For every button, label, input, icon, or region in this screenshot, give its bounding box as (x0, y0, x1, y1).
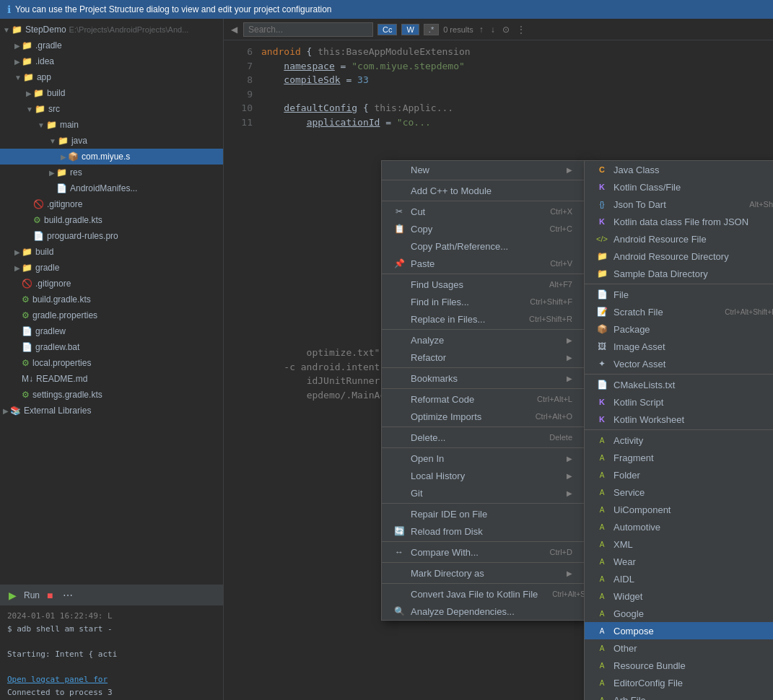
context-menu-delete[interactable]: Delete... Delete (382, 429, 584, 446)
submenu-service[interactable]: A Service ▶ (585, 484, 773, 501)
context-menu-paste[interactable]: 📌 Paste Ctrl+V (382, 255, 584, 272)
tree-item-readme[interactable]: ▶ M↓ README.md (0, 371, 223, 387)
context-menu-reformat[interactable]: Reformat Code Ctrl+Alt+L (382, 390, 584, 408)
copy-icon: 📋 (393, 223, 405, 235)
submenu-fragment[interactable]: A Fragment ▶ (585, 449, 773, 466)
submenu-android-resource-dir[interactable]: 📁 Android Resource Directory (585, 248, 773, 265)
scratch-shortcut: Ctrl+Alt+Shift+Insert (725, 308, 773, 316)
mark-dir-label: Mark Directory as (411, 568, 484, 579)
tree-item-gradlew[interactable]: ▶ 📄 gradlew (0, 323, 223, 339)
context-menu-copy[interactable]: 📋 Copy Ctrl+C (382, 220, 584, 237)
content-area: ◀ Cc W .* 0 results ↑ ↓ ⊙ ⋮ 6 android { … (224, 19, 773, 700)
context-menu-open-in[interactable]: Open In ▶ (382, 450, 584, 467)
tree-item-settings-gradle[interactable]: ▶ ⚙ settings.gradle.kts (0, 387, 223, 403)
run-icon[interactable]: ▶ (6, 588, 19, 603)
folder-sub-icon: A (596, 469, 608, 481)
sidebar-tree[interactable]: ▼ 📁 StepDemo E:\Projects\AndroidProjects… (0, 19, 223, 585)
context-menu-git[interactable]: Git ▶ (382, 484, 584, 502)
context-menu-new[interactable]: New ▶ (382, 161, 584, 178)
gitignore-icon: 🚫 (22, 279, 32, 289)
submenu-scratch-file[interactable]: 📝 Scratch File Ctrl+Alt+Shift+Insert (585, 303, 773, 320)
compare-label: Compare With... (411, 547, 479, 558)
kotlin-class-label: Kotlin Class/File (613, 182, 681, 193)
submenu-arb-file[interactable]: A Arb File (585, 691, 773, 700)
context-menu-bookmarks[interactable]: Bookmarks ▶ (382, 369, 584, 387)
submenu-compose[interactable]: A Compose ▶ (585, 622, 773, 639)
tree-item-gitignore-root[interactable]: ▶ 🚫 .gitignore (0, 276, 223, 292)
submenu-kotlin-worksheet[interactable]: K Kotlin Worksheet (585, 411, 773, 428)
gradle-icon: ⚙ (33, 215, 41, 225)
tree-item-main[interactable]: ▼ 📁 main (0, 117, 223, 133)
tree-item-gradle[interactable]: ▶ 📁 .gradle (0, 38, 223, 53)
submenu-package[interactable]: 📦 Package (585, 320, 773, 338)
submenu-uicomponent[interactable]: A UiComponent ▶ (585, 501, 773, 518)
context-menu-copy-path[interactable]: Copy Path/Reference... (382, 237, 584, 255)
replace-shortcut: Ctrl+Shift+R (529, 315, 572, 323)
context-menu-mark-dir[interactable]: Mark Directory as ▶ (382, 564, 584, 582)
context-menu-cut[interactable]: ✂ Cut Ctrl+X (382, 203, 584, 220)
tree-item-gradle-props[interactable]: ▶ ⚙ gradle.properties (0, 307, 223, 323)
context-menu-analyze[interactable]: Analyze ▶ (382, 331, 584, 349)
tree-item-local-props[interactable]: ▶ ⚙ local.properties (0, 355, 223, 371)
context-menu-find-in-files[interactable]: Find in Files... Ctrl+Shift+F (382, 293, 584, 310)
tree-item-proguard[interactable]: ▶ 📄 proguard-rules.pro (0, 228, 223, 244)
submenu-automotive[interactable]: A Automotive ▶ (585, 518, 773, 535)
tree-item-build-root[interactable]: ▶ 📁 build (0, 244, 223, 260)
context-menu-replace-in-files[interactable]: Replace in Files... Ctrl+Shift+R (382, 310, 584, 328)
copy-path-label: Copy Path/Reference... (411, 241, 508, 252)
tree-item-app[interactable]: ▼ 📁 app (0, 69, 223, 85)
tree-item-external-libs[interactable]: ▶ 📚 External Libraries (0, 403, 223, 419)
submenu-file[interactable]: 📄 File (585, 286, 773, 303)
more-button[interactable]: ⋯ (60, 588, 76, 603)
context-menu-repair-ide[interactable]: Repair IDE on File (382, 505, 584, 522)
submenu-image-asset[interactable]: 🖼 Image Asset (585, 338, 773, 355)
submenu-folder[interactable]: A Folder ▶ (585, 466, 773, 484)
submenu-kotlin-class[interactable]: K Kotlin Class/File (585, 178, 773, 196)
context-menu-find-usages[interactable]: Find Usages Alt+F7 (382, 276, 584, 293)
tree-item-stepdemo[interactable]: ▼ 📁 StepDemo E:\Projects\AndroidProjects… (0, 22, 223, 38)
tree-item-java[interactable]: ▼ 📁 java (0, 133, 223, 149)
tree-item-gradle-root[interactable]: ▶ 📁 gradle (0, 260, 223, 276)
submenu-kotlin-data[interactable]: K Kotlin data class File from JSON (585, 213, 773, 230)
submenu-wear[interactable]: A Wear ▶ (585, 553, 773, 570)
submenu-xml[interactable]: A XML ▶ (585, 535, 773, 553)
submenu-cmakelists[interactable]: 📄 CMakeLists.txt (585, 376, 773, 393)
context-menu-add-cpp[interactable]: Add C++ to Module (382, 182, 584, 199)
package-label: Package (613, 324, 650, 335)
arb-icon: A (596, 694, 608, 700)
tree-item-build-gradle-app[interactable]: ▶ ⚙ build.gradle.kts (0, 212, 223, 228)
tree-label: README.md (36, 374, 87, 384)
folder-icon: 📁 (33, 88, 44, 98)
submenu-json-dart[interactable]: {} Json To Dart Alt+Shift+D (585, 196, 773, 213)
package-icon: 📦 (68, 152, 79, 162)
submenu-editorconfig[interactable]: A EditorConfig File (585, 674, 773, 691)
context-menu-reload[interactable]: 🔄 Reload from Disk (382, 522, 584, 540)
context-menu-refactor[interactable]: Refactor ▶ (382, 349, 584, 366)
submenu-sample-data-dir[interactable]: 📁 Sample Data Directory (585, 265, 773, 282)
stop-button[interactable]: ■ (44, 588, 56, 603)
context-menu-compare[interactable]: ↔ Compare With... Ctrl+D (382, 543, 584, 561)
tree-item-res[interactable]: ▶ 📁 res (0, 165, 223, 180)
submenu-android-resource-file[interactable]: </> Android Resource File (585, 230, 773, 248)
tree-item-src[interactable]: ▼ 📁 src (0, 101, 223, 117)
context-menu-convert-java[interactable]: Convert Java File to Kotlin File Ctrl+Al… (382, 585, 584, 603)
tree-item-gradlew-bat[interactable]: ▶ 📄 gradlew.bat (0, 339, 223, 355)
submenu-aidl[interactable]: A AIDL ▶ (585, 570, 773, 587)
submenu-other[interactable]: A Other ▶ (585, 639, 773, 657)
submenu-google[interactable]: A Google ▶ (585, 605, 773, 622)
submenu-resource-bundle[interactable]: A Resource Bundle (585, 657, 773, 674)
submenu-activity[interactable]: A Activity ▶ (585, 432, 773, 449)
context-menu-analyze-deps[interactable]: 🔍 Analyze Dependencies... (382, 603, 584, 620)
submenu-widget[interactable]: A Widget ▶ (585, 587, 773, 605)
submenu-java-class[interactable]: C Java Class (585, 161, 773, 178)
tree-item-manifest[interactable]: ▶ 📄 AndroidManifes... (0, 180, 223, 196)
tree-item-build-gradle-root[interactable]: ▶ ⚙ build.gradle.kts (0, 292, 223, 307)
submenu-vector-asset[interactable]: ✦ Vector Asset (585, 355, 773, 372)
tree-item-idea[interactable]: ▶ 📁 .idea (0, 53, 223, 69)
context-menu-optimize-imports[interactable]: Optimize Imports Ctrl+Alt+O (382, 408, 584, 425)
context-menu-local-history[interactable]: Local History ▶ (382, 467, 584, 484)
tree-item-gitignore[interactable]: ▶ 🚫 .gitignore (0, 196, 223, 212)
submenu-kotlin-script[interactable]: K Kotlin Script (585, 393, 773, 411)
tree-item-build-app[interactable]: ▶ 📁 build (0, 85, 223, 101)
tree-item-com-miyue[interactable]: ▶ 📦 com.miyue.s (0, 149, 223, 165)
